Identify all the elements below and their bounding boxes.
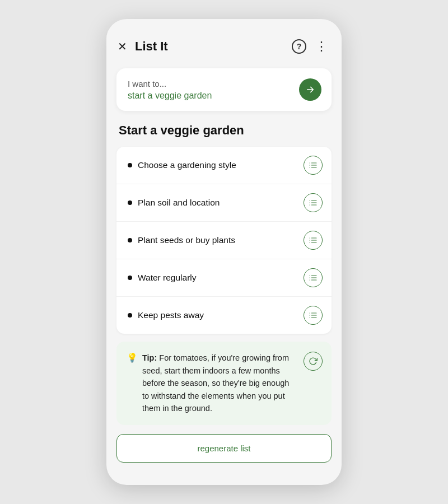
section-title: Start a veggie garden <box>116 123 332 138</box>
list-item-text: Water regularly <box>138 273 197 283</box>
item-action-button-5[interactable] <box>304 306 323 325</box>
bullet-icon <box>128 238 132 242</box>
list-item: Plant seeds or buy plants <box>116 222 332 259</box>
app-title: List It <box>135 39 168 54</box>
lightbulb-icon: 💡 <box>127 352 138 363</box>
input-value[interactable]: start a veggie garden <box>128 91 212 101</box>
list-item: Keep pests away <box>116 297 332 334</box>
close-icon[interactable]: ✕ <box>118 40 127 53</box>
list-item: Choose a gardening style <box>116 147 332 184</box>
app-header: ✕ List It ? ⋮ <box>106 30 342 63</box>
tip-card: 💡 Tip: For tomatoes, if you're growing f… <box>116 342 332 424</box>
list-item-text: Plant seeds or buy plants <box>138 235 235 245</box>
item-action-button-3[interactable] <box>304 231 323 250</box>
tip-refresh-button[interactable] <box>304 352 323 371</box>
list-item: Plan soil and location <box>116 184 332 222</box>
list-item: Water regularly <box>116 259 332 297</box>
phone-frame: ✕ List It ? ⋮ I want to... start a veggi… <box>106 19 342 484</box>
list-card: Choose a gardening style Pla <box>116 147 332 334</box>
bullet-icon <box>128 276 132 280</box>
list-item-text: Plan soil and location <box>138 198 220 208</box>
submit-button[interactable] <box>299 78 321 101</box>
tip-text: Tip: For tomatoes, if you're growing fro… <box>142 352 298 414</box>
input-card: I want to... start a veggie garden <box>116 68 332 111</box>
input-label: I want to... <box>128 79 212 88</box>
regenerate-button[interactable]: regenerate list <box>116 434 332 463</box>
list-item-text: Keep pests away <box>138 310 204 320</box>
more-menu-icon[interactable]: ⋮ <box>315 39 328 54</box>
help-icon[interactable]: ? <box>292 39 306 54</box>
input-text-group: I want to... start a veggie garden <box>128 79 212 101</box>
item-action-button-1[interactable] <box>304 156 323 175</box>
item-action-button-4[interactable] <box>304 268 323 287</box>
tip-content: 💡 Tip: For tomatoes, if you're growing f… <box>127 352 298 414</box>
bullet-icon <box>128 200 132 205</box>
header-left: ✕ List It <box>118 39 168 54</box>
bullet-icon <box>128 313 132 318</box>
item-action-button-2[interactable] <box>304 193 323 212</box>
main-content: I want to... start a veggie garden Start… <box>106 68 342 462</box>
header-right: ? ⋮ <box>292 39 328 54</box>
bullet-icon <box>128 163 132 167</box>
list-item-text: Choose a gardening style <box>138 160 236 170</box>
